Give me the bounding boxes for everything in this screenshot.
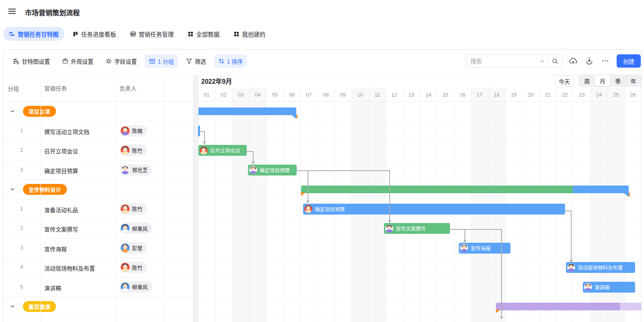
dependency-line bbox=[204, 131, 205, 142]
owner-chip[interactable]: 柳乘风 bbox=[120, 281, 152, 293]
create-button[interactable]: 创建 bbox=[617, 54, 641, 68]
dependency-arrow bbox=[570, 260, 573, 263]
day-label: 07 bbox=[300, 89, 317, 100]
search-input[interactable] bbox=[466, 58, 537, 64]
owner-chip[interactable]: 陈竹 bbox=[120, 203, 147, 215]
row-divider bbox=[3, 121, 194, 122]
table-row[interactable]: 2召开立项会议陈竹 bbox=[3, 140, 193, 160]
more-icon[interactable] bbox=[600, 56, 611, 66]
chevron-down-icon[interactable] bbox=[10, 108, 15, 114]
owner-chip[interactable]: 陈竹 bbox=[120, 144, 147, 156]
toolbar-button-appearance[interactable]: 外观设置 bbox=[58, 54, 97, 68]
task-name[interactable]: 准备活动礼品 bbox=[44, 206, 78, 214]
gantt-row-divider bbox=[198, 121, 641, 122]
table-row[interactable]: 1准备活动礼品陈竹 bbox=[3, 199, 193, 219]
tab-label: 我创建的 bbox=[242, 30, 266, 38]
day-label: 10 bbox=[351, 89, 368, 100]
dependency-arrow bbox=[203, 142, 206, 144]
task-name[interactable]: 宣传文案撰写 bbox=[44, 225, 78, 233]
gantt-settings-icon bbox=[13, 58, 19, 64]
group-row[interactable]: 嘉宾邀请 bbox=[3, 297, 193, 316]
group-row[interactable]: 项目立项 bbox=[3, 101, 193, 121]
gantt-bar-summary-0[interactable] bbox=[198, 107, 296, 115]
gantt-bar-宣传文案撰写[interactable]: 宣传文案撰写 bbox=[384, 223, 450, 234]
page-title: 市场营销策划流程 bbox=[25, 7, 80, 17]
day-label: 24 bbox=[590, 89, 607, 100]
day-label: 06 bbox=[283, 89, 300, 100]
table-chart-splitter[interactable] bbox=[193, 75, 198, 322]
toolbar-button-gear[interactable]: 字段设置 bbox=[101, 54, 141, 68]
table-row[interactable]: 3宣传海报彭誉 bbox=[3, 238, 193, 258]
chevron-down-icon[interactable] bbox=[10, 303, 15, 309]
group-row[interactable]: 宣传物料设计 bbox=[3, 180, 193, 199]
download-icon[interactable] bbox=[584, 56, 594, 66]
tab-4[interactable]: 我创建的 bbox=[228, 27, 271, 41]
column-header-1: 营销任务 bbox=[44, 75, 67, 101]
today-button[interactable]: 今天 bbox=[555, 75, 574, 87]
filter-icon bbox=[186, 58, 192, 64]
avatar-shirt bbox=[200, 151, 207, 154]
owner-chip[interactable]: 柳乘风 bbox=[120, 223, 152, 234]
gantt-bar-确定项目预算[interactable]: 确定项目预算 bbox=[303, 204, 565, 215]
group-pill: 嘉宾邀请 bbox=[23, 301, 56, 312]
owner-name: 柳乘风 bbox=[132, 283, 148, 291]
milestone-marker bbox=[496, 310, 500, 313]
avatar-shirt bbox=[584, 288, 592, 291]
task-name[interactable]: 确定项目预算 bbox=[44, 167, 78, 175]
gantt-bar-确定项目预算[interactable]: 确定项目预算 bbox=[248, 165, 297, 175]
table-row[interactable]: 3确定项目预算郑光芝 bbox=[3, 160, 193, 180]
table-row[interactable]: 1撰写活动立项文档陈楠 bbox=[3, 121, 193, 141]
task-name[interactable]: 活动现场物料及布置 bbox=[44, 264, 95, 272]
dependency-arrow bbox=[252, 161, 255, 164]
chevron-down-icon[interactable] bbox=[10, 186, 15, 192]
owner-chip[interactable]: 郑光芝 bbox=[120, 164, 152, 175]
day-label: 12 bbox=[386, 89, 402, 100]
gantt-bar-summary-10[interactable] bbox=[496, 303, 642, 310]
task-name[interactable]: 召开立项会议 bbox=[44, 147, 78, 155]
toolbar-button-gantt-settings[interactable]: 甘特图设置 bbox=[9, 54, 54, 68]
avatar-shirt bbox=[121, 132, 129, 135]
zoom-option-2[interactable]: 季 bbox=[610, 75, 626, 86]
avatar bbox=[121, 224, 130, 233]
toolbar-button-group[interactable]: 1 分组 bbox=[145, 54, 178, 68]
table-row[interactable]: 4活动现场物料及布置陈竹 bbox=[3, 258, 193, 277]
tab-label: 营销任务甘特图 bbox=[18, 30, 59, 38]
owner-chip[interactable]: 陈竹 bbox=[120, 262, 147, 273]
tab-2[interactable]: 营销任务管理 bbox=[124, 27, 180, 41]
zoom-option-0[interactable]: 周 bbox=[579, 75, 595, 86]
header-underline bbox=[3, 101, 641, 102]
table-row[interactable]: 5演讲稿柳乘风 bbox=[3, 277, 193, 297]
gantt-bar-演讲稿[interactable]: 演讲稿 bbox=[583, 282, 635, 293]
gantt-bar-summary-4[interactable] bbox=[301, 186, 629, 193]
search-icon[interactable] bbox=[548, 58, 562, 64]
tab-1[interactable]: 任务进度看板 bbox=[67, 27, 122, 41]
chevron-down-icon[interactable] bbox=[537, 58, 547, 64]
owner-name: 彭誉 bbox=[132, 244, 142, 252]
day-label: 03 bbox=[232, 89, 249, 100]
search-box[interactable] bbox=[466, 54, 563, 68]
row-divider bbox=[3, 160, 194, 161]
tab-gantt-view[interactable]: 营销任务甘特图 bbox=[3, 27, 64, 41]
toolbar-button-sort[interactable]: 1 排序 bbox=[214, 54, 247, 68]
owner-chip[interactable]: 彭誉 bbox=[120, 242, 147, 254]
gantt-bar-活动现场物料及布置[interactable]: 活动现场物料及布置 bbox=[566, 262, 635, 273]
gantt-bar-task-1[interactable] bbox=[198, 126, 200, 136]
tab-3[interactable]: 全部数据 bbox=[182, 27, 225, 41]
upload-icon[interactable] bbox=[568, 56, 578, 66]
table-row[interactable]: 2宣传文案撰写柳乘风 bbox=[3, 219, 193, 238]
toolbar-button-label: 1 分组 bbox=[158, 57, 174, 65]
gantt-bar-召开立项会议[interactable]: 召开立项会议 bbox=[198, 145, 247, 156]
avatar bbox=[304, 205, 312, 213]
zoom-option-3[interactable]: 年 bbox=[626, 75, 642, 86]
owner-chip[interactable]: 陈楠 bbox=[120, 125, 147, 136]
task-name[interactable]: 撰写活动立项文档 bbox=[44, 128, 89, 136]
task-name[interactable]: 演讲稿 bbox=[44, 284, 61, 292]
gantt-bar-宣传海报[interactable]: 宣传海报 bbox=[459, 243, 510, 254]
zoom-option-1[interactable]: 月 bbox=[595, 75, 611, 86]
menu-icon[interactable] bbox=[7, 7, 17, 17]
day-label: 11 bbox=[369, 89, 386, 100]
grid-icon bbox=[233, 31, 239, 37]
avatar-face bbox=[123, 264, 128, 269]
toolbar-button-filter[interactable]: 筛选 bbox=[182, 54, 210, 68]
task-name[interactable]: 宣传海报 bbox=[44, 245, 67, 253]
